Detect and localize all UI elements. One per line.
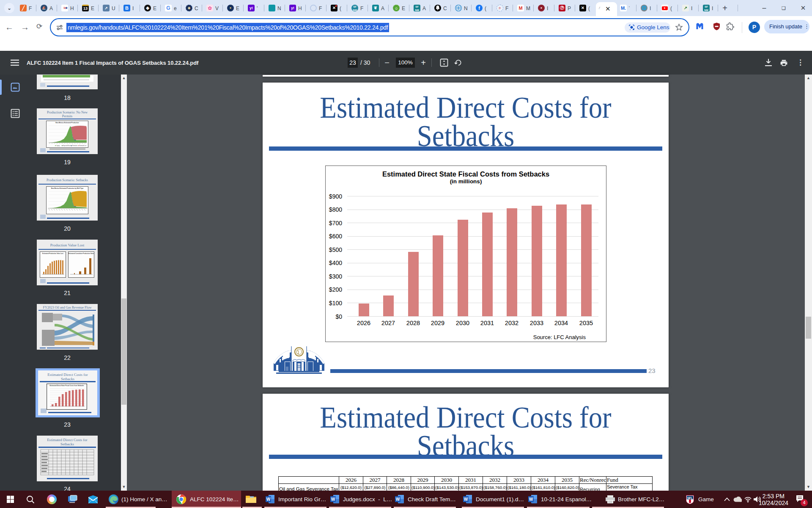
svg-text:Estimated Production Value Los: Estimated Production Value Lost [42,253,64,254]
svg-text:W: W [396,497,400,502]
svg-text:New Mexico Estimated Productio: New Mexico Estimated Production by Well … [51,188,84,189]
svg-text:W: W [464,497,468,502]
svg-text:W: W [529,497,533,502]
svg-text:W: W [266,497,271,502]
svg-text:New Mexico Estimated Productio: New Mexico Estimated Production [55,122,79,124]
svg-text:Estimated Cumulative Productio: Estimated Cumulative Production Value [69,253,94,254]
svg-text:NFL: NFL [687,497,693,500]
svg-text:Expected Existing: Expected Existing [63,145,72,146]
svg-text:Estimated Lost: Estimated Lost [79,145,86,146]
svg-text:W: W [331,497,335,502]
svg-text:Estimated Direct State Fiscal: Estimated Direct State Fiscal Costs from… [49,385,84,387]
svg-text:Permitted: Permitted [72,145,77,146]
svg-text:Legacy: Legacy [56,145,60,146]
